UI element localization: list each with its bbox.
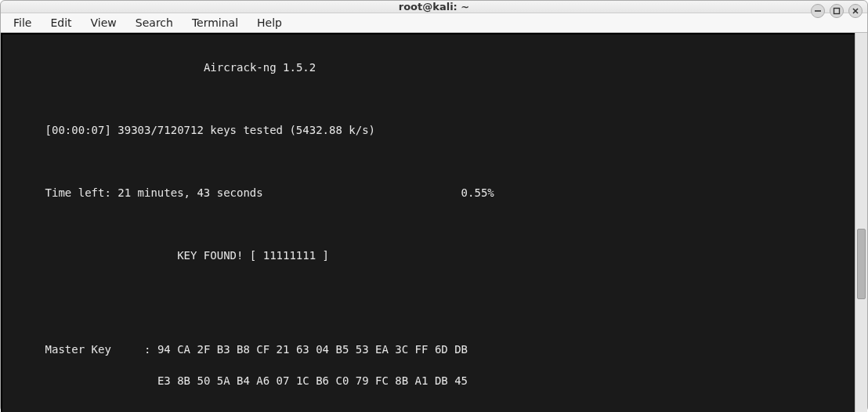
close-button[interactable] (848, 4, 863, 18)
terminal-wrap: Aircrack-ng 1.5.2 [00:00:07] 39303/71207… (1, 33, 867, 412)
menu-terminal[interactable]: Terminal (183, 13, 248, 32)
blank-line (2, 404, 855, 412)
blank-line (2, 216, 855, 232)
window-title: root@kali: ~ (399, 1, 469, 13)
scrollbar-thumb[interactable] (857, 229, 866, 299)
blank-line (2, 279, 855, 295)
percent-text: 0.55% (461, 186, 494, 199)
master-key-line-2: E3 8B 50 5A B4 A6 07 1C B6 C0 79 FC 8B A… (2, 373, 855, 389)
master-key-row-1: E3 8B 50 5A B4 A6 07 1C B6 C0 79 FC 8B A… (157, 374, 468, 387)
blank-line (2, 310, 855, 326)
master-key-row-0: 94 CA 2F B3 B8 CF 21 63 04 B5 53 EA 3C F… (157, 343, 468, 356)
menu-search[interactable]: Search (126, 13, 183, 32)
terminal[interactable]: Aircrack-ng 1.5.2 [00:00:07] 39303/71207… (1, 33, 855, 412)
menubar: File Edit View Search Terminal Help (1, 13, 867, 33)
aircrack-title: Aircrack-ng 1.5.2 (204, 61, 316, 74)
menu-file[interactable]: File (4, 13, 41, 32)
svg-rect-0 (815, 10, 821, 12)
svg-rect-1 (834, 9, 840, 14)
minimize-button[interactable] (811, 4, 825, 18)
key-found-line: KEY FOUND! [ 11111111 ] (2, 248, 855, 263)
scrollbar[interactable] (855, 33, 867, 412)
blank-line (2, 154, 855, 169)
maximize-button[interactable] (830, 4, 844, 18)
time-left-text: Time left: 21 minutes, 43 seconds (45, 186, 263, 199)
menu-view[interactable]: View (81, 13, 126, 32)
blank-line (2, 91, 855, 107)
window-controls (811, 4, 863, 18)
master-key-label: Master Key (45, 343, 111, 356)
master-key-line-1: Master Key : 94 CA 2F B3 B8 CF 21 63 04 … (2, 342, 855, 357)
menu-help[interactable]: Help (248, 13, 291, 32)
time-left-line: Time left: 21 minutes, 43 seconds 0.55% (2, 185, 855, 201)
status-line: [00:00:07] 39303/7120712 keys tested (54… (2, 122, 855, 138)
key-found-text: KEY FOUND! [ 11111111 ] (177, 249, 329, 262)
status-text: [00:00:07] 39303/7120712 keys tested (54… (45, 124, 375, 136)
titlebar: root@kali: ~ (1, 1, 867, 13)
terminal-window: root@kali: ~ File Edit View Search Termi… (0, 0, 868, 412)
menu-edit[interactable]: Edit (41, 13, 81, 32)
aircrack-header: Aircrack-ng 1.5.2 (2, 60, 855, 75)
